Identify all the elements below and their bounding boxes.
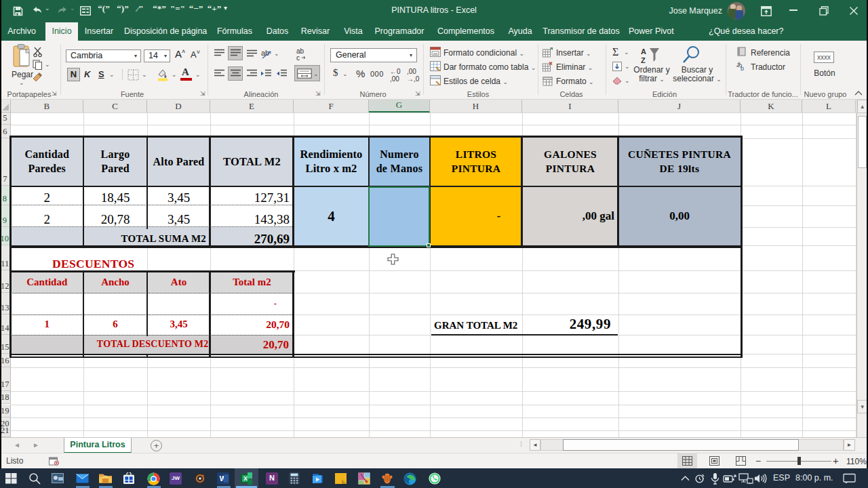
svg-text:c: c [296,54,300,61]
svg-text:A: A [641,47,646,56]
svg-text:Z: Z [641,56,646,64]
svg-text:b: b [741,65,744,71]
